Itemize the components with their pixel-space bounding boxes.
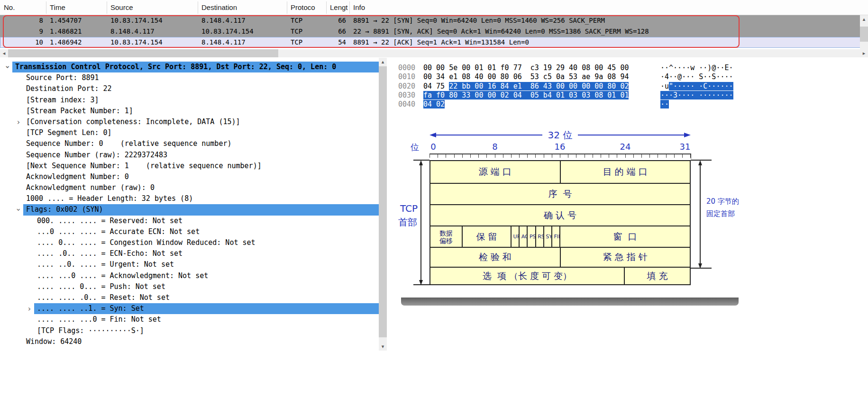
column-header-no[interactable]: No.: [4, 3, 15, 11]
hex-offset: 0040: [398, 100, 423, 109]
tree-line-text: .... .... ..1. = Syn: Set: [37, 304, 144, 313]
hex-bytes-selected[interactable]: 22 bb 00 16 84 e1 86 43 00 00 00 00 80 0…: [449, 82, 629, 90]
bit-axis-label: 位: [411, 142, 419, 153]
tree-line[interactable]: [Stream Packet Number: 1]: [23, 106, 379, 117]
scroll-up-icon[interactable]: ▴: [860, 15, 868, 23]
ascii-text[interactable]: ·4··@··· S··S····: [660, 72, 733, 81]
ascii-selected[interactable]: "····· ·C······: [669, 82, 733, 90]
tree-line[interactable]: [TCP Flags: ··········S·]: [34, 325, 379, 336]
column-header-time[interactable]: Time: [50, 3, 65, 11]
tree-line[interactable]: .... 0... .... = Congestion Window Reduc…: [34, 237, 379, 248]
tree-line[interactable]: ...0 .... .... = Accurate ECN: Not set: [34, 226, 379, 237]
chevron-right-icon[interactable]: ›: [15, 117, 22, 127]
fixed-header-label-line1: 20 字节的: [706, 197, 739, 206]
tree-line-text: .... ..0. .... = Urgent: Not set: [37, 260, 174, 269]
hex-offset: 0010: [398, 72, 423, 81]
tree-line[interactable]: .... .... .0.. = Reset: Not set: [34, 292, 379, 303]
cell-flag-urg: URG: [512, 226, 520, 247]
tree-line-text: .... ...0 .... = Acknowledgment: Not set: [37, 271, 208, 280]
chevron-right-icon[interactable]: ›: [26, 303, 33, 314]
ascii-selected[interactable]: ···3···· ········: [660, 91, 733, 99]
tree-line[interactable]: .... .0.. .... = ECN-Echo: Not set: [34, 248, 379, 259]
chevron-down-icon[interactable]: ›: [2, 64, 13, 71]
tree-line-text: Sequence Number: 0 (relative sequence nu…: [26, 139, 231, 148]
scroll-left-icon[interactable]: ◂: [0, 49, 8, 57]
scroll-right-icon[interactable]: ▸: [860, 49, 868, 57]
column-header-info[interactable]: Info: [353, 3, 365, 11]
scrollbar-thumb[interactable]: [860, 27, 868, 42]
tree-line-text: [Stream Packet Number: 1]: [26, 107, 133, 115]
ascii-text[interactable]: ··^····w ··)@··E·: [660, 63, 733, 72]
cell-options: 选 项 （长 度 可 变）: [430, 268, 625, 284]
tree-line-text: [Stream index: 3]: [26, 96, 99, 104]
column-divider[interactable]: [46, 1, 46, 14]
tree-line[interactable]: Source Port: 8891: [23, 72, 379, 83]
tree-line[interactable]: .... ..0. .... = Urgent: Not set: [34, 259, 379, 270]
tree-line-text: .... .0.. .... = ECN-Echo: Not set: [37, 249, 183, 258]
column-divider[interactable]: [107, 1, 107, 14]
column-divider[interactable]: [349, 1, 350, 14]
tree-line[interactable]: Window: 64240: [23, 336, 379, 347]
column-header-protocol[interactable]: Protoco: [291, 3, 315, 11]
scrollbar-thumb[interactable]: [379, 66, 387, 337]
cell-urgent-pointer: 紧 急 指 针: [561, 248, 690, 267]
tree-line[interactable]: Acknowledgment number (raw): 0: [23, 182, 379, 193]
tree-line[interactable]: 000. .... .... = Reserved: Not set: [34, 216, 379, 226]
tree-line-text: Source Port: 8891: [26, 73, 99, 82]
column-header-source[interactable]: Source: [110, 3, 133, 11]
tree-line[interactable]: [Next Sequence Number: 1 (relative seque…: [23, 161, 379, 171]
column-header-length[interactable]: Lengt: [330, 3, 348, 11]
column-divider[interactable]: [287, 1, 287, 14]
hex-row[interactable]: 000000 00 5e 00 01 01 f0 77 c3 19 29 40 …: [398, 63, 868, 72]
fixed-header-label-line2: 固定首部: [706, 209, 735, 218]
hex-bytes[interactable]: 00 34 e1 08 40 00 80 06 53 c5 0a 53 ae 9…: [423, 72, 629, 81]
hex-row[interactable]: 001000 34 e1 08 40 00 80 06 53 c5 0a 53 …: [398, 72, 868, 81]
tree-line[interactable]: Sequence Number (raw): 2229372483: [23, 150, 379, 161]
hex-row[interactable]: 004004 02··: [398, 100, 868, 109]
tree-line-conversation[interactable]: ›[Conversation completeness: Incomplete,…: [23, 117, 379, 127]
column-header-destination[interactable]: Destination: [201, 3, 237, 11]
tree-line-tcp[interactable]: ›Transmission Control Protocol, Src Port…: [12, 62, 379, 72]
bit-number-16: 16: [555, 142, 566, 152]
tree-line[interactable]: .... .... ...0 = Fin: Not set: [34, 314, 379, 325]
column-divider[interactable]: [326, 1, 327, 14]
tree-line[interactable]: 1000 .... = Header Length: 32 bytes (8): [23, 193, 379, 204]
tree-line-text: ...0 .... .... = Accurate ECN: Not set: [37, 227, 200, 236]
ascii-selected[interactable]: ··: [660, 100, 669, 108]
tcp-header-table: 源 端 口 目 的 端 口 序 号 确 认 号 数据偏移 保 留 URG ACK…: [429, 160, 691, 285]
hex-row[interactable]: 002004 75 22 bb 00 16 84 e1 86 43 00 00 …: [398, 82, 868, 91]
wireshark-window: No. Time Source Destination Protoco Leng…: [0, 0, 868, 406]
packet-list-scrollbar[interactable]: ▴: [860, 15, 868, 49]
tree-line-flags[interactable]: ›Flags: 0x002 (SYN): [23, 204, 379, 215]
hex-bytes[interactable]: 00 00 5e 00 01 01 f0 77 c3 19 29 40 08 0…: [423, 63, 629, 72]
tree-line[interactable]: .... .... 0... = Push: Not set: [34, 281, 379, 292]
scroll-up-icon[interactable]: ▴: [379, 58, 387, 66]
tree-line[interactable]: Destination Port: 22: [23, 83, 379, 94]
tree-line-text: .... .... .0.. = Reset: Not set: [37, 293, 170, 302]
bit-number-0: 0: [430, 142, 436, 152]
tree-line[interactable]: Acknowledgment Number: 0: [23, 171, 379, 182]
chevron-down-icon[interactable]: ›: [13, 207, 24, 213]
scrollbar-thumb[interactable]: [8, 49, 278, 57]
tree-line-text: Transmission Control Protocol, Src Port:…: [15, 63, 336, 71]
hex-row[interactable]: 0030fa f0 80 33 00 00 02 04 05 b4 01 03 …: [398, 91, 868, 100]
hex-offset: 0000: [398, 63, 423, 72]
cell-flag-syn: SYN: [544, 226, 552, 247]
ascii-text[interactable]: ·u: [660, 82, 669, 90]
scroll-down-icon[interactable]: ▾: [379, 343, 387, 351]
tree-line-text: Window: 64240: [26, 337, 82, 346]
hex-bytes-selected[interactable]: fa f0 80 33 00 00 02 04 05 b4 01 03 03 0…: [423, 91, 629, 99]
arrow-left-icon: [429, 133, 436, 137]
tree-line[interactable]: Sequence Number: 0 (relative sequence nu…: [23, 138, 379, 149]
tree-line[interactable]: [TCP Segment Len: 0]: [23, 127, 379, 138]
tree-line-text: Flags: 0x002 (SYN): [26, 205, 103, 214]
tree-line-syn[interactable]: ›.... .... ..1. = Syn: Set: [34, 303, 379, 314]
tree-line[interactable]: .... ...0 .... = Acknowledgment: Not set: [34, 271, 379, 281]
horizontal-scrollbar[interactable]: ◂ ▸: [0, 49, 868, 57]
detail-pane-scrollbar[interactable]: ▴ ▾: [379, 58, 387, 351]
hex-bytes[interactable]: 04 75: [423, 82, 449, 90]
hex-bytes-selected[interactable]: 04 02: [423, 100, 445, 108]
tree-line-text: Acknowledgment Number: 0: [26, 172, 129, 181]
tree-line[interactable]: [Stream index: 3]: [23, 95, 379, 106]
column-divider[interactable]: [198, 1, 198, 14]
